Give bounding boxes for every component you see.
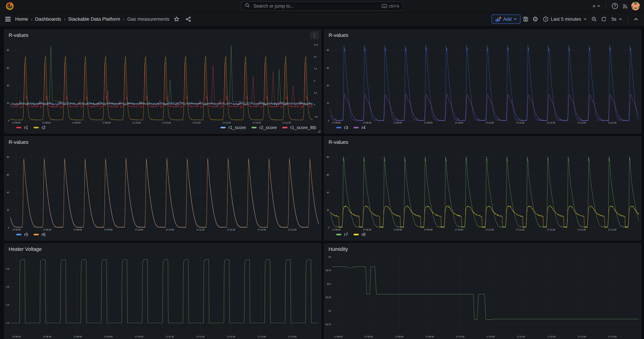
legend-label: r1 xyxy=(24,125,28,130)
panel-legend: r1r2r1_scorer2_scorer1_score_lttb xyxy=(4,124,321,133)
legend-swatch xyxy=(336,127,341,128)
refresh-interval-picker[interactable]: 5s xyxy=(609,14,624,24)
breadcrumb-folder[interactable]: Stackable Data Platform xyxy=(68,16,120,22)
chart-canvas[interactable]: 17:08:0017:08:3017:09:0017:09:3017:10:00… xyxy=(324,40,641,124)
legend-item-r5[interactable]: r5 xyxy=(16,232,28,237)
breadcrumb-current-dashboard: Gas measurements xyxy=(127,16,169,22)
legend-item-r1[interactable]: r1 xyxy=(16,125,28,130)
svg-text:17:09:00: 17:09:00 xyxy=(394,228,402,231)
zoom-out-icon xyxy=(592,16,597,22)
svg-text:17:09:00: 17:09:00 xyxy=(74,336,82,338)
legend-item-r3[interactable]: r3 xyxy=(336,125,348,130)
breadcrumb-home[interactable]: Home xyxy=(15,16,28,22)
dashboard-toolbar: Home › Dashboards › Stackable Data Platf… xyxy=(0,12,644,26)
zoom-out-button[interactable] xyxy=(590,14,599,24)
svg-text:17:10:30: 17:10:30 xyxy=(162,122,171,124)
add-button[interactable]: Add xyxy=(492,14,520,24)
svg-text:0: 0 xyxy=(314,104,315,106)
svg-text:17:11:30: 17:11:30 xyxy=(548,336,556,338)
time-series-chart[interactable]: 17:08:0017:08:3017:09:0017:09:3017:10:00… xyxy=(4,147,321,231)
legend-item-r8[interactable]: r8 xyxy=(354,232,366,237)
svg-text:17:10:00: 17:10:00 xyxy=(456,336,464,338)
add-panel-icon xyxy=(495,16,501,22)
panel-title[interactable]: Humidity xyxy=(328,246,348,252)
time-series-chart[interactable]: 17:08:0017:08:3017:09:0017:09:3017:10:00… xyxy=(4,254,321,338)
panel-legend: r7r8 xyxy=(324,231,641,240)
svg-text:17:09:30: 17:09:30 xyxy=(102,122,111,124)
chart-canvas[interactable]: 17:08:0017:08:3017:09:0017:09:3017:10:00… xyxy=(4,40,321,124)
chart-canvas[interactable]: 17:08:0017:08:3017:09:0017:09:3017:10:00… xyxy=(324,254,641,338)
search-shortcut: ctrl+k xyxy=(382,4,399,9)
panel-title[interactable]: R-values xyxy=(328,140,348,145)
time-series-chart[interactable]: 17:08:0017:08:3017:09:0017:09:3017:10:00… xyxy=(324,40,641,124)
legend-group-left: r1r2 xyxy=(16,125,46,130)
legend-item-r1_score_lttb[interactable]: r1_score_lttb xyxy=(282,125,316,130)
legend-item-r1_score[interactable]: r1_score xyxy=(220,125,246,130)
share-button[interactable] xyxy=(184,14,193,24)
dashboard-settings-button[interactable]: ⚙ xyxy=(531,14,540,24)
panel-header: R-values ⋮ xyxy=(4,30,321,40)
add-button-label: Add xyxy=(503,16,512,22)
legend-swatch xyxy=(252,127,257,128)
svg-text:17:08:00: 17:08:00 xyxy=(332,228,341,231)
favorite-button[interactable] xyxy=(172,14,181,24)
legend-item-r7[interactable]: r7 xyxy=(336,232,348,237)
collapse-toolbar-button[interactable] xyxy=(632,14,640,24)
panel-menu-button[interactable]: ⋮ xyxy=(310,31,319,39)
kebab-icon: ⋮ xyxy=(312,32,317,38)
svg-text:17:08:30: 17:08:30 xyxy=(364,336,373,338)
svg-text:17:10:00: 17:10:00 xyxy=(455,228,463,231)
panel-title[interactable]: Heater Voltage xyxy=(8,246,42,252)
legend-item-r2[interactable]: r2 xyxy=(34,125,46,130)
svg-text:17:09:30: 17:09:30 xyxy=(104,336,112,338)
svg-text:17:11:00: 17:11:00 xyxy=(196,228,204,231)
svg-text:20: 20 xyxy=(327,102,329,104)
search-shortcut-label: ctrl+k xyxy=(389,4,399,9)
legend-item-r6[interactable]: r6 xyxy=(34,232,46,237)
panel-header: R-values xyxy=(324,30,641,40)
gear-icon: ⚙ xyxy=(532,16,538,22)
chart-canvas[interactable]: 17:08:0017:08:3017:09:0017:09:3017:10:00… xyxy=(324,147,641,231)
grafana-logo-icon xyxy=(6,2,14,10)
svg-text:80: 80 xyxy=(327,49,329,52)
svg-text:17:11:00: 17:11:00 xyxy=(516,122,524,124)
new-menu-button[interactable]: + xyxy=(591,1,602,11)
svg-text:17:12:30: 17:12:30 xyxy=(608,122,616,124)
panel-title[interactable]: R-values xyxy=(328,32,348,38)
svg-text:17:11:00: 17:11:00 xyxy=(516,228,524,231)
svg-text:17:12:00: 17:12:00 xyxy=(258,228,266,231)
breadcrumb-dashboards[interactable]: Dashboards xyxy=(35,16,61,22)
refresh-button[interactable] xyxy=(599,14,608,24)
time-series-chart[interactable]: 17:08:0017:08:3017:09:0017:09:3017:10:00… xyxy=(4,40,321,124)
search-input[interactable] xyxy=(253,3,379,9)
svg-text:17:12:30: 17:12:30 xyxy=(282,122,291,124)
global-search[interactable]: ctrl+k xyxy=(241,2,403,11)
help-button[interactable]: ? xyxy=(610,1,620,11)
save-dashboard-button[interactable] xyxy=(521,14,530,24)
grafana-logo[interactable] xyxy=(4,1,16,11)
svg-text:60: 60 xyxy=(7,174,9,176)
panel-resize-handle[interactable] xyxy=(318,130,320,132)
time-range-picker[interactable]: Last 5 minutes xyxy=(540,14,589,24)
svg-text:17:08:30: 17:08:30 xyxy=(43,336,52,338)
hamburger-icon xyxy=(5,16,11,22)
breadcrumb-separator: › xyxy=(31,16,32,22)
legend-item-r2_score[interactable]: r2_score xyxy=(252,125,277,130)
chart-canvas[interactable]: 17:08:0017:08:3017:09:0017:09:3017:10:00… xyxy=(4,254,321,338)
svg-text:17:12:00: 17:12:00 xyxy=(578,336,586,338)
legend-item-r4[interactable]: r4 xyxy=(354,125,366,130)
panel-title[interactable]: R-values xyxy=(8,140,28,145)
svg-text:17:08:30: 17:08:30 xyxy=(363,122,371,124)
mega-menu-button[interactable] xyxy=(4,14,12,24)
panel-legend: humidity xyxy=(324,338,641,339)
panel-legend: r3r4 xyxy=(324,124,641,133)
legend-swatch xyxy=(220,127,226,128)
save-icon xyxy=(523,16,528,22)
chart-canvas[interactable]: 17:08:0017:08:3017:09:0017:09:3017:10:00… xyxy=(4,147,321,231)
user-avatar[interactable] xyxy=(631,2,640,10)
time-series-chart[interactable]: 17:08:0017:08:3017:09:0017:09:3017:10:00… xyxy=(324,254,641,338)
legend-label: r2_score xyxy=(260,125,277,130)
panel-title[interactable]: R-values xyxy=(8,32,28,38)
time-series-chart[interactable]: 17:08:0017:08:3017:09:0017:09:3017:10:00… xyxy=(324,147,641,231)
news-button[interactable] xyxy=(621,1,630,11)
